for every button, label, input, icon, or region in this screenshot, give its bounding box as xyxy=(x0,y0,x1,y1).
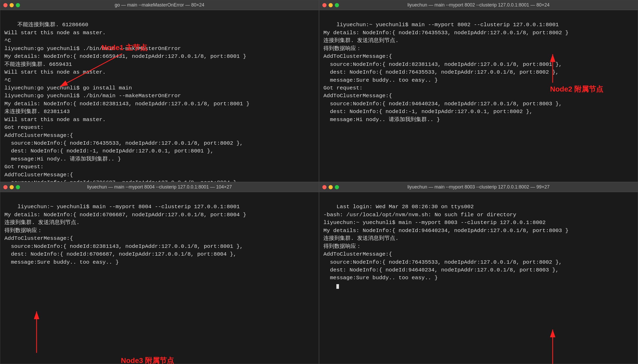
traffic-lights-2 xyxy=(322,3,339,7)
titlebar-1: go — main --makeMasterOnError — 80×24 xyxy=(0,0,319,10)
node3-annotation: Node3 附属节点 xyxy=(121,355,174,364)
close-button-3[interactable] xyxy=(3,185,8,189)
terminal-text-4: Last login: Wed Mar 28 08:26:30 on ttys0… xyxy=(323,204,568,281)
maximize-button-4[interactable] xyxy=(335,185,339,189)
minimize-button-3[interactable] xyxy=(10,185,14,189)
maximize-button-3[interactable] xyxy=(16,185,20,189)
terminal-content-4: Last login: Wed Mar 28 08:26:30 on ttys0… xyxy=(319,192,638,364)
minimize-button-1[interactable] xyxy=(10,3,14,7)
terminal-content-2: liyuechun:~ yuechunli$ main --myport 800… xyxy=(319,10,638,182)
traffic-lights-1 xyxy=(3,3,20,7)
window-title-3: liyuechun — main --myport 8004 --cluster… xyxy=(87,184,232,190)
window-title-4: liyuechun — main --myport 8003 --cluster… xyxy=(407,184,550,190)
minimize-button-2[interactable] xyxy=(329,3,333,7)
close-button-2[interactable] xyxy=(322,3,327,7)
terminal-window-3[interactable]: liyuechun — main --myport 8004 --cluster… xyxy=(0,182,319,364)
titlebar-3: liyuechun — main --myport 8004 --cluster… xyxy=(0,182,319,192)
window-title-2: liyuechun — main --myport 8002 --cluster… xyxy=(407,2,550,8)
titlebar-4: liyuechun — main --myport 8003 --cluster… xyxy=(319,182,638,192)
node1-annotation: Node1 主节点 xyxy=(101,43,147,53)
terminal-content-3: liyuechun:~ yuechunli$ main --myport 800… xyxy=(0,192,319,364)
terminal-window-2[interactable]: liyuechun — main --myport 8002 --cluster… xyxy=(319,0,638,182)
close-button-1[interactable] xyxy=(3,3,8,7)
terminal-window-4[interactable]: liyuechun — main --myport 8003 --cluster… xyxy=(319,182,638,364)
maximize-button-1[interactable] xyxy=(16,3,20,7)
minimize-button-4[interactable] xyxy=(329,185,333,189)
traffic-lights-4 xyxy=(322,185,339,189)
terminal-content-1: 不能连接到集群. 61286660 Will start this node a… xyxy=(0,10,319,182)
maximize-button-2[interactable] xyxy=(335,3,339,7)
terminal-text-2: liyuechun:~ yuechunli$ main --myport 800… xyxy=(323,22,568,122)
traffic-lights-3 xyxy=(3,185,20,189)
window-title-1: go — main --makeMasterOnError — 80×24 xyxy=(115,2,204,8)
close-button-4[interactable] xyxy=(322,185,327,189)
node2-annotation: Node2 附属节点 xyxy=(550,84,603,95)
node3-arrow xyxy=(0,192,319,364)
terminal-window-1[interactable]: go — main --makeMasterOnError — 80×24 不能… xyxy=(0,0,319,182)
terminal-cursor-4 xyxy=(336,284,339,289)
titlebar-2: liyuechun — main --myport 8002 --cluster… xyxy=(319,0,638,10)
terminal-text-3: liyuechun:~ yuechunli$ main --myport 800… xyxy=(4,204,246,265)
